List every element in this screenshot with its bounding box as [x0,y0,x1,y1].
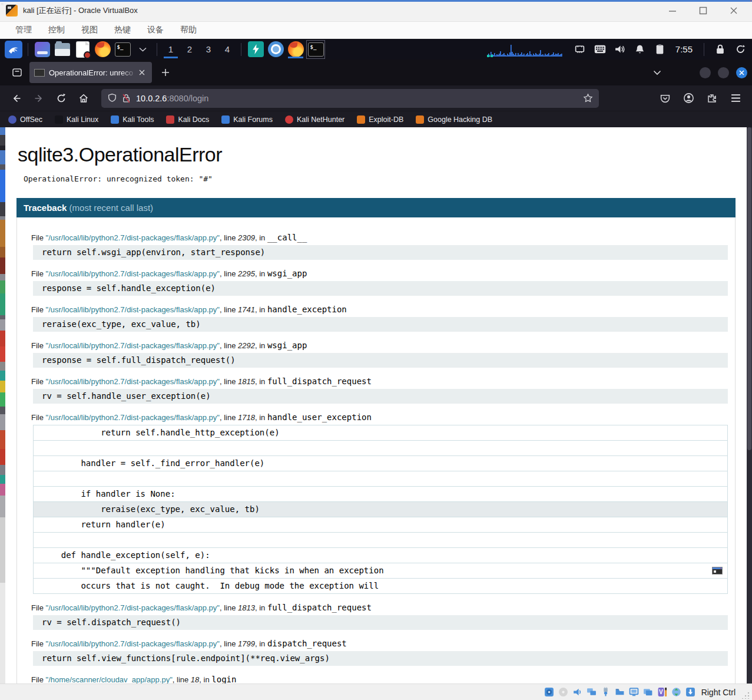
bookmark-kali-docs[interactable]: Kali Docs [166,115,209,124]
keyboard-layout-icon[interactable] [592,41,608,58]
reload-icon[interactable] [52,89,71,108]
vbox-menu-item-4[interactable]: 设备 [147,25,164,35]
list-all-tabs-chevron-down-icon[interactable] [649,64,665,81]
bookmark-offsec[interactable]: OffSec [8,115,42,124]
lock-insecure-icon[interactable] [121,93,131,103]
url-text[interactable]: 10.0.2.6:8080/login [136,94,583,103]
frame-code-line[interactable]: rv = self.handle_user_exception(e) [33,389,728,404]
back-icon[interactable] [7,89,26,108]
source-line[interactable] [33,441,728,456]
features-icon[interactable]: V [657,686,668,698]
screen-lock-icon[interactable] [712,41,728,58]
resize-grip[interactable] [742,691,750,699]
source-line[interactable] [33,471,728,487]
browser-tab[interactable]: OperationalError: unreco [29,62,152,83]
forward-icon[interactable] [29,89,48,108]
vbox-menu-item-2[interactable]: 视图 [81,25,98,35]
close-icon[interactable] [730,6,738,15]
account-icon[interactable] [679,89,698,108]
clipboard-icon[interactable] [652,41,668,58]
source-line[interactable]: return self.handle_http_exception(e) [33,425,728,441]
vbox-menu-item-0[interactable]: 管理 [15,25,32,35]
traceback-frame[interactable]: File "/usr/local/lib/python2.7/dist-pack… [31,305,729,332]
firefox-icon[interactable] [94,41,111,58]
display-icon[interactable] [628,686,640,698]
file-manager-icon[interactable] [34,41,51,58]
window-close-dot[interactable] [736,67,747,78]
menu-icon[interactable] [726,89,745,108]
pocket-icon[interactable] [655,89,674,108]
frame-code-line[interactable]: response = self.handle_exception(e) [33,281,728,296]
terminal-icon[interactable]: $_ [114,41,131,58]
volume-icon[interactable] [612,41,628,58]
clock[interactable]: 7:55 [672,44,696,54]
network-adapters-icon[interactable] [586,686,597,698]
source-line[interactable]: occurs that is not caught. In debug mode… [33,579,728,594]
source-line[interactable]: def handle_exception(self, e): [33,548,728,563]
frame-code-line[interactable]: rv = self.dispatch_request() [33,615,728,630]
frame-code-line[interactable]: return self.view_functions[rule.endpoint… [33,651,728,666]
current-source-line[interactable]: reraise(exc_type, exc_value, tb) [33,502,728,517]
usb-icon[interactable] [600,686,611,698]
new-tab-icon[interactable] [157,64,174,81]
shared-folders-icon[interactable] [614,686,625,698]
power-icon[interactable] [732,41,748,58]
source-line[interactable]: handler = self._find_error_handler(e) [33,456,728,471]
source-line[interactable]: return handler(e) [33,517,728,533]
tab-close-icon[interactable] [137,67,147,78]
kali-menu-icon[interactable] [5,41,22,58]
running-app-terminal[interactable]: $_ [307,41,324,58]
source-line[interactable] [33,533,728,548]
window-minimize-dot[interactable] [700,67,711,78]
notifications-icon[interactable] [632,41,648,58]
workspace-1[interactable]: 1 [163,41,179,58]
frame-code-line[interactable]: reraise(exc_type, exc_value, tb) [33,317,728,332]
scrollbar[interactable] [747,127,752,684]
vbox-menu-item-5[interactable]: 帮助 [180,25,197,35]
mouse-integration-icon[interactable] [671,686,682,698]
minimize-icon[interactable] [668,6,677,15]
workspace-3[interactable]: 3 [200,41,217,58]
workspace-4[interactable]: 4 [219,41,236,58]
running-app-burpsuite[interactable] [247,41,264,58]
workspace-2[interactable]: 2 [181,41,198,58]
hard-disk-icon[interactable] [544,686,555,698]
traceback-frame[interactable]: File "/usr/local/lib/python2.7/dist-pack… [31,377,729,404]
keyboard-capture-icon[interactable] [685,686,696,698]
chevron-down-icon[interactable] [134,41,151,58]
bookmark-kali-nethunter[interactable]: Kali NetHunter [285,115,344,124]
source-line[interactable]: if handler is None: [33,487,728,502]
open-console-icon[interactable] [712,567,723,574]
vbox-menu-item-1[interactable]: 控制 [48,25,65,35]
optical-disk-icon[interactable] [558,686,569,698]
bookmark-kali-forums[interactable]: Kali Forums [221,115,273,124]
running-app-chromium[interactable] [267,41,284,58]
shield-icon[interactable] [107,93,117,103]
vbox-menu-item-3[interactable]: 热键 [114,25,131,35]
network-port-icon[interactable] [572,41,588,58]
traceback-frame[interactable]: File "/usr/local/lib/python2.7/dist-pack… [31,639,729,666]
running-app-firefox[interactable] [287,41,304,58]
traceback-frame[interactable]: File "/usr/local/lib/python2.7/dist-pack… [31,269,729,296]
text-editor-icon[interactable] [74,41,91,58]
bookmark-star-icon[interactable] [583,93,593,103]
traceback-frame[interactable]: File "/usr/local/lib/python2.7/dist-pack… [31,233,729,260]
window-maximize-dot[interactable] [718,67,729,78]
traceback-frame[interactable]: File "/usr/local/lib/python2.7/dist-pack… [31,412,729,594]
traceback-frame[interactable]: File "/usr/local/lib/python2.7/dist-pack… [31,603,729,630]
frame-code-line[interactable]: return self.wsgi_app(environ, start_resp… [33,245,728,260]
folder-icon[interactable] [54,41,71,58]
bookmark-kali-tools[interactable]: Kali Tools [111,115,154,124]
home-icon[interactable] [74,89,93,108]
bookmark-kali-linux[interactable]: Kali Linux [55,115,98,124]
scrollbar-thumb[interactable] [747,127,751,450]
firefox-view-icon[interactable] [8,64,26,81]
maximize-icon[interactable] [699,6,707,15]
urlbar[interactable]: 10.0.2.6:8080/login [101,89,599,108]
recording-icon[interactable] [642,686,654,698]
bookmark-google-hacking-db[interactable]: Google Hacking DB [416,115,492,124]
extensions-icon[interactable] [703,89,721,108]
frame-code-line[interactable]: response = self.full_dispatch_request() [33,353,728,368]
traceback-frame[interactable]: File "/home/scanner/cloudav_app/app.py",… [31,675,729,684]
traceback-frame[interactable]: File "/usr/local/lib/python2.7/dist-pack… [31,341,729,368]
